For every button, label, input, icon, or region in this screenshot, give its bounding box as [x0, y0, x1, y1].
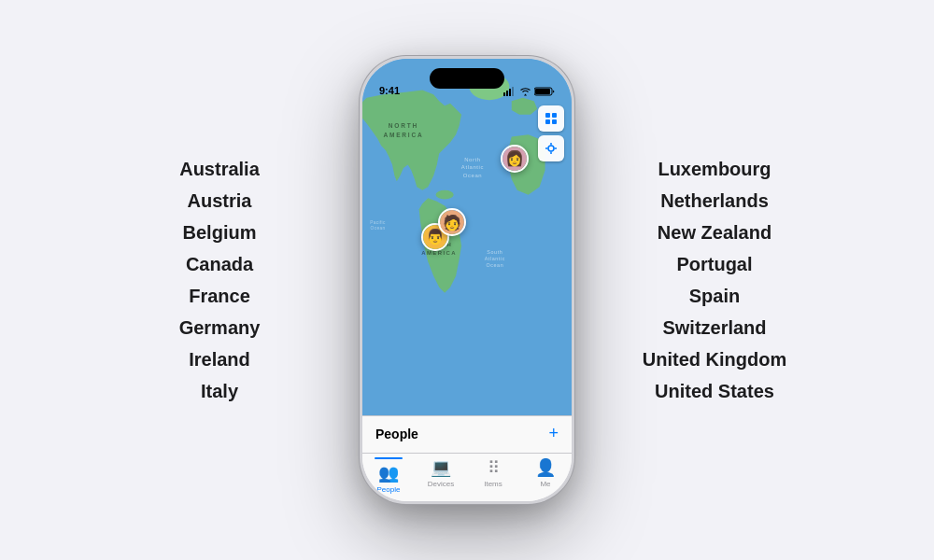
- svg-rect-24: [552, 119, 557, 124]
- svg-rect-0: [503, 92, 505, 96]
- svg-rect-5: [535, 89, 550, 94]
- svg-text:NORTH: NORTH: [389, 122, 418, 129]
- svg-text:Ocean: Ocean: [463, 173, 483, 178]
- devices-tab-label: Devices: [428, 480, 454, 488]
- me-tab-icon: 👤: [535, 457, 556, 478]
- country-ireland: Ireland: [189, 346, 250, 372]
- svg-text:Atlantic: Atlantic: [461, 164, 484, 170]
- tab-me[interactable]: 👤 Me: [525, 457, 566, 494]
- svg-rect-3: [512, 87, 514, 96]
- status-time: 9:41: [379, 85, 400, 96]
- country-italy: Italy: [201, 378, 238, 404]
- svg-rect-23: [545, 119, 550, 124]
- country-united-states: United States: [655, 378, 774, 404]
- bottom-panel: People +: [362, 415, 572, 453]
- svg-text:North: North: [464, 157, 481, 162]
- svg-rect-1: [506, 91, 508, 96]
- phone-frame: 9:41: [360, 56, 574, 504]
- svg-text:AMERICA: AMERICA: [421, 250, 457, 256]
- country-united-kingdom: United Kingdom: [643, 346, 786, 372]
- signal-icon: [503, 87, 517, 96]
- map-view-button[interactable]: [538, 105, 564, 132]
- tab-devices[interactable]: 💻 Devices: [420, 457, 461, 494]
- svg-text:Pacific: Pacific: [370, 220, 386, 225]
- svg-text:South: South: [487, 249, 502, 255]
- tab-people[interactable]: 👥 People: [368, 457, 409, 494]
- status-icons: [503, 87, 555, 96]
- country-switzerland: Switzerland: [662, 315, 766, 341]
- people-tab-icon: 👥: [378, 463, 399, 483]
- tab-bar: 👥 People 💻 Devices ⠿ Items 👤 Me: [362, 453, 572, 501]
- country-canada: Canada: [186, 251, 253, 277]
- add-person-button[interactable]: +: [548, 424, 559, 443]
- devices-tab-icon: 💻: [431, 457, 451, 478]
- svg-rect-22: [552, 113, 557, 118]
- country-germany: Germany: [179, 315, 261, 341]
- map-controls[interactable]: [538, 105, 564, 161]
- svg-text:Ocean: Ocean: [486, 262, 503, 268]
- items-tab-label: Items: [484, 480, 502, 488]
- svg-text:AMERICA: AMERICA: [383, 132, 423, 138]
- country-belgium: Belgium: [183, 219, 257, 245]
- svg-rect-2: [509, 89, 511, 96]
- dynamic-island: [430, 68, 504, 89]
- location-button[interactable]: [538, 135, 564, 161]
- pin-user-2[interactable]: 🧑: [438, 208, 466, 236]
- left-country-list: Australia Austria Belgium Canada France …: [112, 156, 327, 404]
- country-netherlands: Netherlands: [660, 188, 769, 214]
- wifi-icon: [519, 87, 531, 96]
- svg-point-7: [436, 190, 454, 200]
- phone-screen: 9:41: [362, 59, 572, 501]
- right-country-list: Luxembourg Netherlands New Zealand Portu…: [607, 156, 822, 404]
- pin-user-3[interactable]: 👩: [501, 145, 529, 173]
- main-layout: Australia Austria Belgium Canada France …: [0, 0, 934, 560]
- map-area: North Atlantic Ocean South Atlantic Ocea…: [362, 59, 572, 415]
- items-tab-icon: ⠿: [488, 457, 500, 478]
- people-tab-label: People: [377, 485, 401, 494]
- country-france: France: [189, 283, 250, 309]
- country-luxembourg: Luxembourg: [658, 156, 771, 182]
- svg-point-25: [548, 146, 554, 151]
- tab-active-indicator: [375, 457, 403, 459]
- battery-icon: [534, 87, 555, 96]
- svg-rect-21: [545, 113, 550, 118]
- phone-wrapper: 9:41: [346, 56, 588, 504]
- country-australia: Australia: [179, 156, 260, 182]
- tab-items[interactable]: ⠿ Items: [473, 457, 514, 494]
- people-label: People: [375, 427, 418, 441]
- country-portugal: Portugal: [676, 251, 752, 277]
- svg-text:Atlantic: Atlantic: [485, 256, 505, 261]
- people-header: People +: [375, 424, 559, 443]
- country-new-zealand: New Zealand: [658, 219, 771, 245]
- svg-text:Ocean: Ocean: [371, 226, 386, 231]
- country-austria: Austria: [188, 188, 252, 214]
- country-spain: Spain: [689, 283, 740, 309]
- me-tab-label: Me: [540, 480, 550, 488]
